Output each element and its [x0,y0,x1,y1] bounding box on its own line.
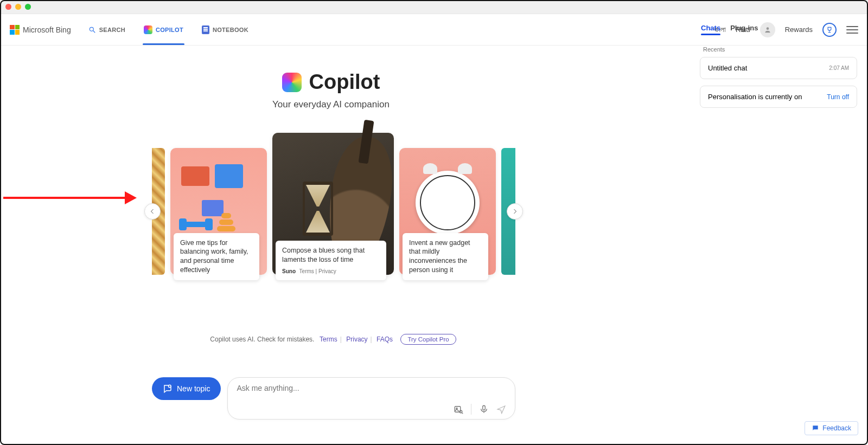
svg-line-1 [93,30,95,33]
microphone-icon[interactable] [479,404,489,414]
hero-title: Copilot [309,70,380,94]
hero: Copilot Your everyday AI companion [0,70,662,110]
svg-point-0 [90,27,93,31]
send-icon[interactable] [496,404,506,414]
turn-off-link[interactable]: Turn off [827,93,849,101]
right-panel: Chats Plug-ins Recents Untitled chat 2:0… [700,22,857,114]
try-copilot-pro-button[interactable]: Try Copilot Pro [400,334,456,345]
new-topic-icon [163,384,173,394]
hero-subtitle: Your everyday AI companion [0,99,662,110]
search-icon [88,26,96,34]
microsoft-icon [10,25,20,35]
feedback-icon [812,424,819,432]
nav-notebook[interactable]: NOTEBOOK [201,23,250,36]
window-minimize-dot[interactable] [15,4,21,10]
footer-links: Copilot uses AI. Check for mistakes. Ter… [0,334,666,345]
prompt-carousel: Give me tips for balancing work, family,… [0,133,666,301]
notebook-icon [202,25,209,34]
prompt-card-3-text: Invent a new gadget that mildly inconven… [409,239,470,274]
card2-brand: Suno [282,268,296,274]
toy-stack-icon [217,212,235,231]
svg-point-6 [459,410,462,413]
right-panel-tabs: Chats Plug-ins [700,22,857,36]
compose-row: New topic [152,377,515,420]
nav-copilot[interactable]: COPILOT [143,23,184,36]
nav-search-label: SEARCH [99,27,125,33]
footer-faqs[interactable]: FAQs [376,336,393,343]
new-topic-button[interactable]: New topic [152,377,221,400]
copilot-logo-icon [282,73,302,92]
chevron-left-icon [149,208,156,215]
footer-privacy[interactable]: Privacy [346,336,367,343]
compose-box[interactable] [227,377,515,420]
card2-terms[interactable]: Terms [299,268,314,274]
card2-privacy[interactable]: Privacy [318,268,336,274]
primary-nav: SEARCH COPILOT NOTEBOOK [87,23,250,36]
nav-search[interactable]: SEARCH [87,24,126,36]
dumbbell-icon [182,222,209,227]
prompt-card-2-caption: Compose a blues song that laments the lo… [276,241,386,280]
ask-input[interactable] [237,384,506,392]
personalisation-card: Personalisation is currently on Turn off [700,86,857,108]
prompt-card-1[interactable]: Give me tips for balancing work, family,… [170,148,267,275]
prompt-card-2-text: Compose a blues song that laments the lo… [282,247,365,263]
recent-chat-item[interactable]: Untitled chat 2:07 AM [700,57,857,79]
compose-icons [237,404,506,415]
image-search-icon[interactable] [454,404,463,414]
prompt-card-1-text: Give me tips for balancing work, family,… [180,239,248,274]
svg-rect-7 [483,405,486,410]
briefcase-blue-icon [215,164,243,188]
feedback-button[interactable]: Feedback [805,421,858,435]
recents-label: Recents [703,46,857,53]
personalisation-text: Personalisation is currently on [708,93,802,101]
prompt-card-1-caption: Give me tips for balancing work, family,… [174,233,259,281]
recent-chat-time: 2:07 AM [829,65,849,71]
window-close-dot[interactable] [5,4,11,10]
prompt-card-3[interactable]: Invent a new gadget that mildly inconven… [399,148,496,275]
ms-bing-logo[interactable]: Microsoft Bing [10,25,71,35]
hourglass-icon [306,185,330,233]
window-titlebar [0,0,868,14]
prompt-card-3-caption: Invent a new gadget that mildly inconven… [403,233,488,281]
carousel-next-button[interactable] [507,203,523,220]
carousel-prev-button[interactable] [144,203,161,220]
window-zoom-dot[interactable] [25,4,31,10]
prompt-card-2[interactable]: Compose a blues song that laments the lo… [272,133,394,275]
alarm-clock-icon [416,171,480,235]
icon-divider [471,404,471,415]
prompt-card-2-meta: Suno Terms | Privacy [282,268,380,275]
chevron-right-icon [512,208,518,215]
feedback-label: Feedback [822,424,851,432]
tab-plugins[interactable]: Plug-ins [730,24,758,32]
briefcase-orange-icon [181,166,209,186]
new-topic-label: New topic [177,384,210,393]
brand-text: Microsoft Bing [23,25,71,34]
tab-chats[interactable]: Chats [701,24,720,32]
copilot-icon [144,25,152,34]
hero-title-row: Copilot [0,70,662,94]
nav-notebook-label: NOTEBOOK [213,27,248,33]
footer-terms[interactable]: Terms [320,336,337,343]
ai-disclaimer: Copilot uses AI. Check for mistakes. [210,336,314,343]
recent-chat-title: Untitled chat [708,64,747,72]
nav-copilot-label: COPILOT [156,27,183,33]
